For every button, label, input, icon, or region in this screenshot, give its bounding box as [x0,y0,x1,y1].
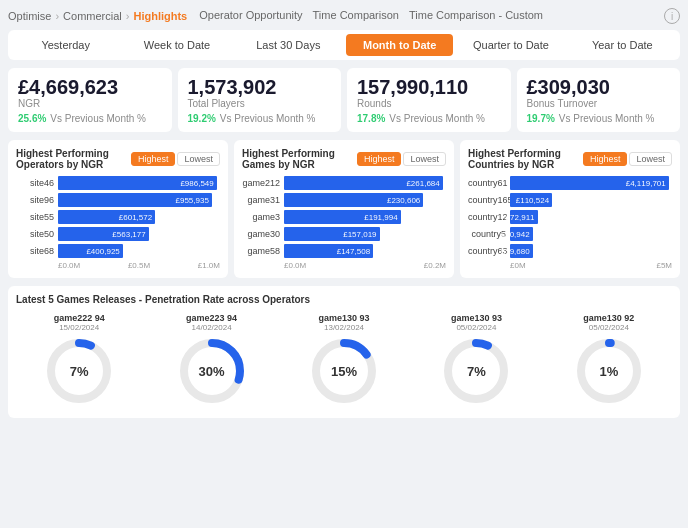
kpi-vs: Vs Previous Month % [389,113,485,124]
games-row: game222 94 15/02/2024 7% game223 94 14/0… [16,313,672,410]
game-name-0: game222 94 [16,313,142,323]
kpi-pct: 25.6% [18,113,46,124]
sub-nav-time-comparison[interactable]: Time Comparison [313,9,399,23]
bar-value: £59,680 [501,247,530,256]
kpi-value: £4,669,623 [18,76,162,98]
bar-label: country165 [468,195,506,205]
bar-label: game3 [242,212,280,222]
bar-wrap: £60,942 [510,227,672,241]
toggle-lowest-0[interactable]: Lowest [177,152,220,166]
time-filter-bar: Yesterday Week to Date Last 30 Days Mont… [8,30,680,60]
breadcrumb-optimise[interactable]: Optimise [8,10,51,22]
bar-fill: £601,572 [58,210,155,224]
bar-wrap: £59,680 [510,244,672,258]
bar-wrap: £601,572 [58,210,220,224]
game-item-0: game222 94 15/02/2024 7% [16,313,142,410]
sub-nav-time-comparison-custom[interactable]: Time Comparison - Custom [409,9,543,23]
kpi-change: 19.7% Vs Previous Month % [527,113,671,124]
chart-title-1: Highest Performing Games by NGR [242,148,357,170]
bar-label: site50 [16,229,54,239]
bar-fill: £955,935 [58,193,212,207]
bar-row-1-0: game212 £261,684 [242,176,446,190]
filter-yesterday[interactable]: Yesterday [12,34,119,56]
toggle-group-2: Highest Lowest [583,152,672,166]
filter-last-30-days[interactable]: Last 30 Days [235,34,342,56]
breadcrumb-highlights[interactable]: Highlights [133,10,187,22]
donut-pct-1: 30% [199,364,225,379]
bar-wrap: £110,524 [510,193,672,207]
bar-row-0-1: site96 £955,935 [16,193,220,207]
bar-row-0-0: site46 £986,549 [16,176,220,190]
bar-fill: £191,994 [284,210,401,224]
filter-year-to-date[interactable]: Year to Date [569,34,676,56]
filter-quarter-to-date[interactable]: Quarter to Date [457,34,564,56]
game-name-2: game130 93 [281,313,407,323]
bar-wrap: £191,994 [284,210,446,224]
bar-fill: £230,606 [284,193,423,207]
axis-label: £5M [656,261,672,270]
sub-nav-operator-opportunity[interactable]: Operator Opportunity [199,9,302,23]
bar-label: country12 [468,212,506,222]
bar-row-1-1: game31 £230,606 [242,193,446,207]
game-item-3: game130 93 05/02/2024 7% [413,313,539,410]
toggle-group-1: Highest Lowest [357,152,446,166]
kpi-change: 25.6% Vs Previous Month % [18,113,162,124]
filter-month-to-date[interactable]: Month to Date [346,34,453,56]
kpi-pct: 17.8% [357,113,385,124]
toggle-lowest-2[interactable]: Lowest [629,152,672,166]
game-name-1: game223 94 [148,313,274,323]
game-name-4: game130 92 [546,313,672,323]
axis-label: £0M [510,261,526,270]
bar-label: game31 [242,195,280,205]
bar-value: £986,549 [180,179,213,188]
charts-row: Highest Performing Operators by NGR High… [8,140,680,278]
bar-value: £157,019 [343,230,376,239]
bar-row-0-3: site50 £563,177 [16,227,220,241]
game-date-2: 13/02/2024 [281,323,407,332]
axis-label: £1.0M [198,261,220,270]
breadcrumb-commercial[interactable]: Commercial [63,10,122,22]
game-item-1: game223 94 14/02/2024 30% [148,313,274,410]
axis-label: £0.5M [128,261,150,270]
bar-row-2-1: country165 £110,524 [468,193,672,207]
kpi-vs: Vs Previous Month % [220,113,316,124]
axis-label: £0.2M [424,261,446,270]
bar-fill: £147,508 [284,244,373,258]
chart-title-0: Highest Performing Operators by NGR [16,148,131,170]
kpi-card-3: £309,030 Bonus Turnover 19.7% Vs Previou… [517,68,681,132]
bar-fill: £400,925 [58,244,123,258]
kpi-label: Total Players [188,98,332,109]
bar-row-1-4: game58 £147,508 [242,244,446,258]
info-icon[interactable]: i [664,8,680,24]
kpi-change: 17.8% Vs Previous Month % [357,113,501,124]
toggle-lowest-1[interactable]: Lowest [403,152,446,166]
bar-value: £60,942 [501,230,530,239]
bar-wrap: £147,508 [284,244,446,258]
axis-label: £0.0M [284,261,306,270]
bar-wrap: £955,935 [58,193,220,207]
bar-value: £147,508 [337,247,370,256]
bar-fill: £59,680 [510,244,533,258]
bar-row-0-2: site55 £601,572 [16,210,220,224]
toggle-highest-0[interactable]: Highest [131,152,176,166]
kpi-card-1: 1,573,902 Total Players 19.2% Vs Previou… [178,68,342,132]
toggle-highest-2[interactable]: Highest [583,152,628,166]
donut-wrap-1: 30% [177,336,247,406]
bar-fill: £986,549 [58,176,217,190]
bar-wrap: £4,119,701 [510,176,672,190]
game-date-1: 14/02/2024 [148,323,274,332]
kpi-pct: 19.2% [188,113,216,124]
toggle-highest-1[interactable]: Highest [357,152,402,166]
bar-row-2-4: country63 £59,680 [468,244,672,258]
bar-axis-0: £0.0M£0.5M£1.0M [16,261,220,270]
game-item-2: game130 93 13/02/2024 15% [281,313,407,410]
donut-wrap-2: 15% [309,336,379,406]
donut-pct-2: 15% [331,364,357,379]
donut-wrap-4: 1% [574,336,644,406]
kpi-label: Rounds [357,98,501,109]
kpi-label: NGR [18,98,162,109]
bar-row-1-3: game30 £157,019 [242,227,446,241]
bar-axis-2: £0M£5M [468,261,672,270]
bar-label: site55 [16,212,54,222]
filter-week-to-date[interactable]: Week to Date [123,34,230,56]
